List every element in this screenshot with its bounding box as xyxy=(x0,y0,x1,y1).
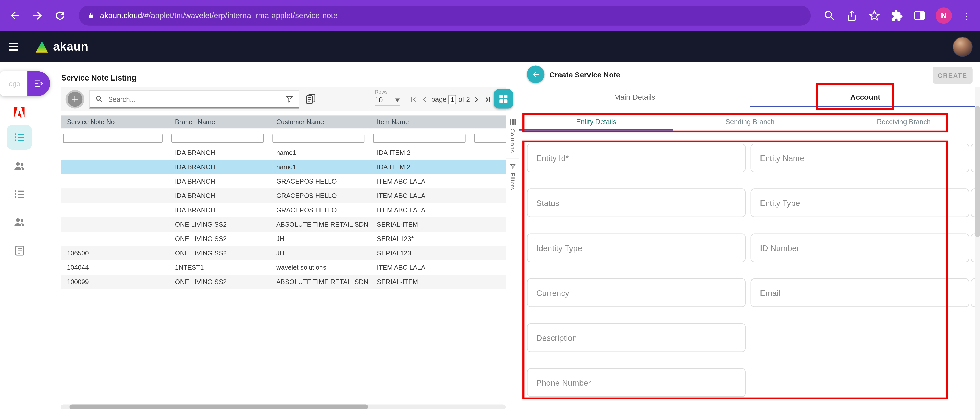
vertical-scrollbar[interactable] xyxy=(975,87,980,420)
back-icon[interactable] xyxy=(9,10,21,22)
rail-item-listing[interactable] xyxy=(7,182,32,206)
grid-icon xyxy=(498,94,509,104)
table-row[interactable]: IDA BRANCHGRACEPOS HELLOITEM ABC LALA xyxy=(60,203,506,217)
form-field[interactable]: Entity Id* xyxy=(527,144,746,172)
table-row[interactable]: IDA BRANCHname1IDA ITEM 2 xyxy=(60,145,506,160)
extensions-icon[interactable] xyxy=(891,10,903,22)
column-header-customer-name[interactable]: Customer Name xyxy=(270,116,371,128)
cell-customer: GRACEPOS HELLO xyxy=(270,174,371,189)
cell-extra xyxy=(472,189,506,203)
reload-icon[interactable] xyxy=(54,10,66,22)
form-field[interactable]: Entity Type xyxy=(751,189,969,217)
vertical-scrollbar-thumb[interactable] xyxy=(975,106,980,237)
bookmark-star-icon[interactable] xyxy=(868,10,881,22)
side-panel-icon[interactable] xyxy=(913,10,926,22)
filter-input-customer-name[interactable] xyxy=(272,133,364,143)
form-field[interactable]: ID Number xyxy=(751,233,969,262)
sidebar-toggle-button[interactable] xyxy=(27,71,50,96)
table-row[interactable]: 1040441NTEST1wavelet solutionsITEM ABC L… xyxy=(60,260,506,274)
rail-item-pdf[interactable] xyxy=(7,100,32,125)
tab-main-details[interactable]: Main Details xyxy=(519,87,750,108)
search-input[interactable] xyxy=(107,95,281,103)
subtab-entity-details[interactable]: Entity Details xyxy=(519,114,673,130)
collapse-menu-icon xyxy=(33,78,45,89)
cell-customer: GRACEPOS HELLO xyxy=(270,189,371,203)
akaun-triangle-icon xyxy=(35,40,49,53)
filter-funnel-icon[interactable] xyxy=(285,95,294,103)
cell-item: SERIAL-ITEM xyxy=(371,217,472,231)
people-icon xyxy=(13,216,25,228)
lock-icon xyxy=(88,12,95,19)
form-field[interactable]: Phone Number xyxy=(527,368,746,397)
rail-item-contacts[interactable] xyxy=(7,210,32,235)
table-row[interactable]: ONE LIVING SS2JHSERIAL123* xyxy=(60,231,506,246)
next-page-button[interactable] xyxy=(472,94,481,105)
table-side-strip: Columns Filters xyxy=(506,114,519,420)
hamburger-menu-icon[interactable] xyxy=(8,40,20,53)
listing-title: Service Note Listing xyxy=(61,74,137,82)
duplicate-page-icon[interactable] xyxy=(304,93,317,106)
cell-branch: IDA BRANCH xyxy=(169,189,270,203)
columns-tab[interactable]: Columns xyxy=(506,114,519,153)
user-avatar[interactable] xyxy=(953,36,972,56)
table-row[interactable]: IDA BRANCHname1IDA ITEM 2 xyxy=(60,160,506,174)
table-row[interactable]: ONE LIVING SS2ABSOLUTE TIME RETAIL SDN B… xyxy=(60,217,506,231)
column-header-branch-name[interactable]: Branch Name xyxy=(169,116,270,128)
filter-input-branch-name[interactable] xyxy=(171,133,264,143)
back-button[interactable] xyxy=(527,66,544,83)
filters-tab[interactable]: Filters xyxy=(506,158,519,190)
form-field[interactable]: Status xyxy=(527,189,746,217)
horizontal-scrollbar[interactable] xyxy=(60,404,506,409)
browser-menu-icon[interactable]: ⋮ xyxy=(962,11,971,21)
table-row[interactable]: 100099ONE LIVING SS2ABSOLUTE TIME RETAIL… xyxy=(60,274,506,289)
cell-customer: name1 xyxy=(270,145,371,160)
ballot-table-icon xyxy=(13,244,25,256)
table-row[interactable]: IDA BRANCHGRACEPOS HELLOITEM ABC LALA xyxy=(60,174,506,189)
table-row[interactable]: IDA BRANCHGRACEPOS HELLOITEM ABC LALA xyxy=(60,189,506,203)
prev-page-button[interactable] xyxy=(420,94,430,105)
rail-item-service-notes[interactable] xyxy=(7,125,32,150)
create-button[interactable]: CREATE xyxy=(932,67,972,84)
share-icon[interactable] xyxy=(846,10,858,22)
browser-profile-avatar[interactable]: N xyxy=(935,8,952,24)
first-page-button[interactable] xyxy=(409,94,418,105)
rail-item-documents[interactable] xyxy=(7,238,32,263)
filter-input-extra[interactable] xyxy=(474,133,506,143)
subtab-sending-branch[interactable]: Sending Branch xyxy=(673,114,827,130)
form-field[interactable]: Currency xyxy=(527,279,746,307)
column-header-item-name[interactable]: Item Name xyxy=(371,116,472,128)
field-placeholder: Description xyxy=(536,333,577,342)
rows-select[interactable]: 10 xyxy=(375,96,400,106)
tab-account[interactable]: Account xyxy=(750,87,980,108)
active-tab-indicator xyxy=(750,106,980,108)
grid-view-button[interactable] xyxy=(494,89,513,108)
cell-no: 106500 xyxy=(60,246,169,260)
cell-customer: GRACEPOS HELLO xyxy=(270,203,371,217)
page-number-input[interactable]: 1 xyxy=(449,95,457,104)
cell-item: ITEM ABC LALA xyxy=(371,203,472,217)
horizontal-scrollbar-thumb[interactable] xyxy=(69,404,368,409)
columns-label: Columns xyxy=(509,128,515,153)
form-field[interactable]: Email xyxy=(751,279,969,307)
table-row[interactable]: 106500ONE LIVING SS2JHSERIAL123 xyxy=(60,246,506,260)
cell-customer: ABSOLUTE TIME RETAIL SDN B... xyxy=(270,274,371,289)
rows-label: Rows xyxy=(375,89,400,95)
filter-input-service-note-no[interactable] xyxy=(63,133,162,143)
form-field[interactable]: Description xyxy=(527,323,746,352)
field-placeholder: Phone Number xyxy=(536,378,591,387)
app-header: akaun xyxy=(0,31,980,62)
account-sub-tabs: Entity Details Sending Branch Receiving … xyxy=(519,114,980,130)
form-field[interactable]: Identity Type xyxy=(527,233,746,262)
rail-item-customers[interactable] xyxy=(7,154,32,179)
subtab-receiving-branch[interactable]: Receiving Branch xyxy=(827,114,980,130)
filter-input-item-name[interactable] xyxy=(373,133,466,143)
column-header-service-note-no[interactable]: Service Note No xyxy=(60,116,169,128)
find-in-page-icon[interactable] xyxy=(823,10,836,22)
cell-branch: IDA BRANCH xyxy=(169,203,270,217)
forward-icon[interactable] xyxy=(31,10,44,22)
url-host: akaun.cloud xyxy=(100,11,142,20)
add-button[interactable] xyxy=(66,90,84,109)
last-page-button[interactable] xyxy=(483,94,492,105)
form-field[interactable]: Entity Name xyxy=(751,144,969,172)
address-bar[interactable]: akaun.cloud/#/applet/tnt/wavelet/erp/int… xyxy=(79,6,811,25)
